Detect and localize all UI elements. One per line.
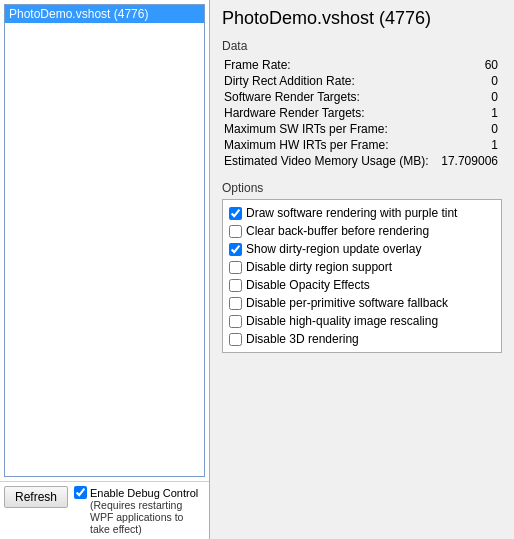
row-value: 1 xyxy=(437,105,502,121)
option-label: Disable high-quality image rescaling xyxy=(246,314,438,328)
option-row: Disable high-quality image rescaling xyxy=(229,312,495,330)
bottom-bar: Refresh Enable Debug Control (Requires r… xyxy=(0,481,209,539)
row-label: Hardware Render Targets: xyxy=(222,105,437,121)
table-row: Software Render Targets:0 xyxy=(222,89,502,105)
row-label: Maximum SW IRTs per Frame: xyxy=(222,121,437,137)
list-item[interactable]: PhotoDemo.vshost (4776) xyxy=(5,5,204,23)
refresh-button[interactable]: Refresh xyxy=(4,486,68,508)
option-checkbox[interactable] xyxy=(229,261,242,274)
option-checkbox[interactable] xyxy=(229,243,242,256)
data-table: Frame Rate:60Dirty Rect Addition Rate:0S… xyxy=(222,57,502,169)
option-row: Disable dirty region support xyxy=(229,258,495,276)
option-checkbox[interactable] xyxy=(229,333,242,346)
row-value: 1 xyxy=(437,137,502,153)
option-row: Draw software rendering with purple tint xyxy=(229,204,495,222)
option-row: Clear back-buffer before rendering xyxy=(229,222,495,240)
left-panel: PhotoDemo.vshost (4776) Refresh Enable D… xyxy=(0,0,210,539)
app-title: PhotoDemo.vshost (4776) xyxy=(222,8,502,29)
table-row: Hardware Render Targets:1 xyxy=(222,105,502,121)
enable-debug-label: Enable Debug Control xyxy=(90,487,198,499)
option-checkbox[interactable] xyxy=(229,225,242,238)
row-label: Maximum HW IRTs per Frame: xyxy=(222,137,437,153)
option-checkbox[interactable] xyxy=(229,207,242,220)
row-value: 0 xyxy=(437,121,502,137)
enable-debug-row: Enable Debug Control xyxy=(74,486,205,499)
right-panel: PhotoDemo.vshost (4776) Data Frame Rate:… xyxy=(210,0,514,539)
row-label: Frame Rate: xyxy=(222,57,437,73)
data-section-label: Data xyxy=(222,39,502,53)
row-value: 0 xyxy=(437,73,502,89)
option-checkbox[interactable] xyxy=(229,279,242,292)
table-row: Dirty Rect Addition Rate:0 xyxy=(222,73,502,89)
option-checkbox[interactable] xyxy=(229,315,242,328)
row-value: 60 xyxy=(437,57,502,73)
enable-debug-section: Enable Debug Control (Requires restartin… xyxy=(74,486,205,535)
option-label: Disable dirty region support xyxy=(246,260,392,274)
option-row: Disable 3D rendering xyxy=(229,330,495,348)
row-value: 0 xyxy=(437,89,502,105)
enable-debug-checkbox[interactable] xyxy=(74,486,87,499)
table-row: Frame Rate:60 xyxy=(222,57,502,73)
option-label: Draw software rendering with purple tint xyxy=(246,206,457,220)
option-row: Disable Opacity Effects xyxy=(229,276,495,294)
row-label: Software Render Targets: xyxy=(222,89,437,105)
option-label: Show dirty-region update overlay xyxy=(246,242,421,256)
option-row: Show dirty-region update overlay xyxy=(229,240,495,258)
table-row: Maximum SW IRTs per Frame:0 xyxy=(222,121,502,137)
row-label: Dirty Rect Addition Rate: xyxy=(222,73,437,89)
options-section-label: Options xyxy=(222,181,502,195)
row-value: 17.709006 xyxy=(437,153,502,169)
row-label: Estimated Video Memory Usage (MB): xyxy=(222,153,437,169)
process-list[interactable]: PhotoDemo.vshost (4776) xyxy=(4,4,205,477)
option-row: Disable per-primitive software fallback xyxy=(229,294,495,312)
option-label: Clear back-buffer before rendering xyxy=(246,224,429,238)
table-row: Estimated Video Memory Usage (MB):17.709… xyxy=(222,153,502,169)
table-row: Maximum HW IRTs per Frame:1 xyxy=(222,137,502,153)
option-label: Disable 3D rendering xyxy=(246,332,359,346)
option-checkbox[interactable] xyxy=(229,297,242,310)
option-label: Disable Opacity Effects xyxy=(246,278,370,292)
enable-debug-note: (Requires restarting WPF applications to… xyxy=(74,499,205,535)
options-box: Draw software rendering with purple tint… xyxy=(222,199,502,353)
option-label: Disable per-primitive software fallback xyxy=(246,296,448,310)
